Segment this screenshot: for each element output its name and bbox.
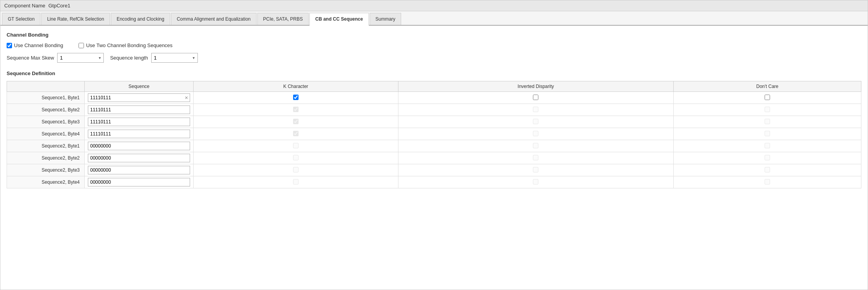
dont-care-checkbox-6[interactable] xyxy=(765,167,770,172)
use-two-channel-bonding-label[interactable]: Use Two Channel Bonding Sequences xyxy=(79,42,172,48)
sequence-max-skew-select[interactable]: 1 2 3 4 xyxy=(57,53,104,63)
k-character-checkbox-3[interactable] xyxy=(293,131,299,136)
tab-comma-alignment[interactable]: Comma Alignment and Equalization xyxy=(171,13,257,25)
row-label-4: Sequence2, Byte1 xyxy=(7,140,85,152)
k-character-cell-5 xyxy=(194,152,398,164)
inverted-disparity-checkbox-1[interactable] xyxy=(533,107,538,112)
use-channel-bonding-checkbox[interactable] xyxy=(7,43,12,48)
inverted-disparity-checkbox-2[interactable] xyxy=(533,119,538,124)
dont-care-cell-0 xyxy=(673,92,861,104)
k-character-checkbox-5[interactable] xyxy=(293,155,299,160)
col-header-k-character: K Character xyxy=(194,81,398,92)
dont-care-checkbox-7[interactable] xyxy=(765,179,770,185)
tab-cb-cc-sequence[interactable]: CB and CC Sequence xyxy=(309,13,369,26)
table-row: Sequence1, Byte4 xyxy=(7,128,861,140)
row-label-1: Sequence1, Byte2 xyxy=(7,104,85,116)
sequence-input-5[interactable] xyxy=(88,154,190,162)
dont-care-cell-6 xyxy=(673,164,861,176)
sequence-cell-2 xyxy=(85,116,194,128)
inverted-disparity-cell-0 xyxy=(398,92,673,104)
dont-care-cell-3 xyxy=(673,128,861,140)
sequence-definition-title: Sequence Definition xyxy=(7,70,861,76)
table-row: Sequence2, Byte1 xyxy=(7,140,861,152)
inverted-disparity-cell-2 xyxy=(398,116,673,128)
inverted-disparity-checkbox-5[interactable] xyxy=(533,155,538,160)
use-channel-bonding-label[interactable]: Use Channel Bonding xyxy=(7,42,63,48)
tab-pcie-sata-prbs[interactable]: PCIe, SATA, PRBS xyxy=(257,13,309,25)
tabs-bar: GT Selection Line Rate, RefClk Selection… xyxy=(0,11,868,26)
component-name-label: Component Name xyxy=(4,3,45,9)
k-character-checkbox-4[interactable] xyxy=(293,143,299,148)
channel-bonding-section: Channel Bonding Use Channel Bonding Use … xyxy=(7,32,861,63)
sequence-input-0[interactable] xyxy=(88,94,183,102)
use-two-channel-bonding-text: Use Two Channel Bonding Sequences xyxy=(86,42,172,48)
row-label-7: Sequence2, Byte4 xyxy=(7,176,85,188)
sequence-input-6[interactable] xyxy=(88,166,190,174)
sequence-input-3[interactable] xyxy=(88,130,190,138)
use-two-channel-bonding-checkbox[interactable] xyxy=(79,43,84,48)
sequence-cell-3 xyxy=(85,128,194,140)
sequence-max-skew-label: Sequence Max Skew xyxy=(7,55,54,61)
use-channel-bonding-text: Use Channel Bonding xyxy=(14,42,63,48)
sequence-length-select[interactable]: 1 2 3 4 xyxy=(151,53,198,63)
col-header-inverted-disparity: Inverted Disparity xyxy=(398,81,673,92)
col-header-empty xyxy=(7,81,85,92)
channel-bonding-title: Channel Bonding xyxy=(7,32,861,38)
col-header-dont-care: Don't Care xyxy=(673,81,861,92)
sequence-length-dropdown-wrapper: 1 2 3 4 xyxy=(151,53,198,63)
k-character-cell-0 xyxy=(194,92,398,104)
tab-line-rate[interactable]: Line Rate, RefClk Selection xyxy=(41,13,110,25)
tab-gt-selection[interactable]: GT Selection xyxy=(2,13,40,25)
k-character-checkbox-6[interactable] xyxy=(293,167,299,172)
inverted-disparity-checkbox-6[interactable] xyxy=(533,167,538,172)
sequence-cell-7 xyxy=(85,176,194,188)
inverted-disparity-cell-3 xyxy=(398,128,673,140)
sequence-cell-6 xyxy=(85,164,194,176)
sequence-input-4[interactable] xyxy=(88,142,190,150)
dont-care-checkbox-2[interactable] xyxy=(765,119,770,124)
col-header-sequence: Sequence xyxy=(85,81,194,92)
row-label-0: Sequence1, Byte1 xyxy=(7,92,85,104)
inverted-disparity-cell-4 xyxy=(398,140,673,152)
dont-care-cell-1 xyxy=(673,104,861,116)
component-name-value: GtpCore1 xyxy=(49,3,70,9)
dont-care-checkbox-1[interactable] xyxy=(765,107,770,112)
k-character-checkbox-2[interactable] xyxy=(293,119,299,124)
sequence-max-skew-dropdown-wrapper: 1 2 3 4 xyxy=(57,53,104,63)
row-label-5: Sequence2, Byte2 xyxy=(7,152,85,164)
inverted-disparity-checkbox-3[interactable] xyxy=(533,131,538,136)
content-area: Channel Bonding Use Channel Bonding Use … xyxy=(0,26,868,195)
sequence-input-1[interactable] xyxy=(88,106,190,114)
k-character-checkbox-1[interactable] xyxy=(293,107,299,112)
dont-care-checkbox-3[interactable] xyxy=(765,131,770,136)
sequence-cell-1 xyxy=(85,104,194,116)
k-character-checkbox-0[interactable] xyxy=(293,95,299,100)
row-label-6: Sequence2, Byte3 xyxy=(7,164,85,176)
tab-encoding-clocking[interactable]: Encoding and Clocking xyxy=(111,13,170,25)
sequence-clear-button-0[interactable]: ✕ xyxy=(183,95,190,100)
inverted-disparity-checkbox-4[interactable] xyxy=(533,143,538,148)
dont-care-checkbox-0[interactable] xyxy=(765,95,770,100)
inverted-disparity-cell-5 xyxy=(398,152,673,164)
sequence-input-2[interactable] xyxy=(88,118,190,126)
sequence-input-7[interactable] xyxy=(88,178,190,186)
k-character-cell-2 xyxy=(194,116,398,128)
sequence-cell-5 xyxy=(85,152,194,164)
sequence-length-field: Sequence length 1 2 3 4 xyxy=(110,53,198,63)
sequence-cell-0: ✕ xyxy=(85,92,194,104)
row-label-2: Sequence1, Byte3 xyxy=(7,116,85,128)
inverted-disparity-cell-1 xyxy=(398,104,673,116)
sequence-table: Sequence K Character Inverted Disparity … xyxy=(7,81,861,188)
table-row: Sequence1, Byte2 xyxy=(7,104,861,116)
k-character-checkbox-7[interactable] xyxy=(293,179,299,185)
dont-care-checkbox-4[interactable] xyxy=(765,143,770,148)
k-character-cell-4 xyxy=(194,140,398,152)
k-character-cell-3 xyxy=(194,128,398,140)
dont-care-checkbox-5[interactable] xyxy=(765,155,770,160)
row-label-3: Sequence1, Byte4 xyxy=(7,128,85,140)
tab-summary[interactable]: Summary xyxy=(370,13,401,25)
k-character-cell-1 xyxy=(194,104,398,116)
sequence-length-label: Sequence length xyxy=(110,55,148,61)
inverted-disparity-checkbox-7[interactable] xyxy=(533,179,538,185)
inverted-disparity-checkbox-0[interactable] xyxy=(533,95,538,100)
